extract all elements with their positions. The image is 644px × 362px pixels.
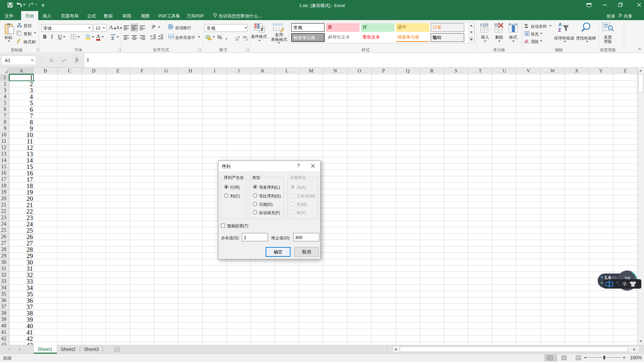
svg-text:ab: ab bbox=[151, 24, 155, 28]
svg-text:.00: .00 bbox=[235, 38, 239, 41]
svg-text:→.0: →.0 bbox=[243, 38, 248, 41]
